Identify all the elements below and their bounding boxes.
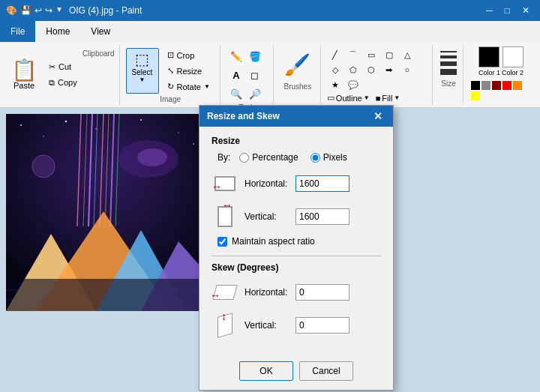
svg-rect-23 <box>6 279 205 311</box>
svg-point-6 <box>178 132 178 133</box>
cut-icon: ✂ <box>49 62 56 72</box>
save-icon[interactable]: 💾 <box>20 5 32 16</box>
palette-orange[interactable] <box>513 81 522 90</box>
menu-bar: File Home View <box>0 21 540 42</box>
resize-horizontal-input[interactable] <box>296 175 350 192</box>
select-button[interactable]: ⬚ Select ▼ <box>126 48 159 94</box>
maintain-aspect-checkbox[interactable] <box>218 237 227 247</box>
menu-home[interactable]: Home <box>35 21 80 42</box>
svg-point-2 <box>43 136 44 137</box>
percentage-radio-label[interactable]: Percentage <box>239 152 298 163</box>
brushes-label: Brushes <box>284 82 312 91</box>
resize-vertical-label: Vertical: <box>244 211 296 222</box>
size-1[interactable] <box>440 51 457 52</box>
fill-icon: ■ <box>376 94 381 103</box>
resize-skew-dialog: Resize and Skew ✕ Resize By: Percentage … <box>199 105 394 391</box>
customize-icon[interactable]: ▼ <box>56 5 63 16</box>
resize-horizontal-row: ↔ Horizontal: <box>212 170 381 197</box>
triangle-shape[interactable]: △ <box>399 48 416 61</box>
color2-swatch[interactable] <box>502 46 524 67</box>
maintain-aspect-label: Maintain aspect ratio <box>232 236 315 247</box>
dialog-buttons: OK Cancel <box>200 354 393 390</box>
pixels-radio-label[interactable]: Pixels <box>310 152 347 163</box>
menu-view[interactable]: View <box>80 21 121 42</box>
skew-vertical-input[interactable] <box>296 317 350 334</box>
palette-red[interactable] <box>502 81 512 90</box>
size-4[interactable] <box>440 69 457 75</box>
round-rect-shape[interactable]: ▢ <box>381 48 398 61</box>
curve-shape[interactable]: ⌒ <box>345 48 362 61</box>
rotate-icon: ↻ <box>167 82 174 91</box>
close-btn[interactable]: ✕ <box>518 5 534 16</box>
rotate-button[interactable]: ↻ Rotate ▼ <box>162 79 215 94</box>
canvas-image <box>6 114 205 311</box>
paste-button[interactable]: 📋 Paste <box>8 48 40 101</box>
dialog-close-button[interactable]: ✕ <box>370 109 386 124</box>
resize-vertical-input[interactable] <box>296 208 350 225</box>
skew-horizontal-row: ↔ Horizontal: <box>212 279 381 306</box>
svg-point-3 <box>65 121 67 122</box>
clipboard-label: Clipboard <box>82 49 115 101</box>
resize-horizontal-label: Horizontal: <box>244 178 296 189</box>
by-label: By: <box>218 152 230 163</box>
resize-icon: ⤡ <box>167 66 174 76</box>
cancel-button[interactable]: Cancel <box>299 361 353 381</box>
skew-horizontal-label: Horizontal: <box>244 287 296 298</box>
redo-icon[interactable]: ↪ <box>45 5 52 16</box>
skew-horizontal-input[interactable] <box>296 284 350 301</box>
callout-shape[interactable]: 💬 <box>345 78 362 91</box>
color1-swatch[interactable] <box>478 46 500 67</box>
menu-file[interactable]: File <box>0 21 35 42</box>
by-row: By: Percentage Pixels <box>218 152 381 163</box>
diamond-shape[interactable]: ◇ <box>327 63 344 76</box>
dialog-title: Resize and Skew <box>207 111 280 121</box>
magnify-tool[interactable]: 🔎 <box>247 85 263 102</box>
fill-tool[interactable]: 🪣 <box>247 48 263 64</box>
undo-icon[interactable]: ↩ <box>34 5 42 16</box>
brushes-button[interactable]: 🖌️ <box>281 48 314 81</box>
hexagon-shape[interactable]: ⬡ <box>363 63 380 76</box>
outline-dropdown[interactable]: ▭ Outline ▼ <box>327 93 370 103</box>
pentagon-shape[interactable]: ⬠ <box>345 63 362 76</box>
palette-black[interactable] <box>471 81 480 90</box>
resize-button[interactable]: ⤡ Resize <box>162 64 215 78</box>
svg-point-7 <box>193 143 194 145</box>
size-group: Size <box>434 45 464 104</box>
shapes-group: ╱ ⌒ ▭ ▢ △ ◇ ⬠ ⬡ ➡ ○ ★ 💬 ▭ Outline ▼ ■ Fi… <box>322 45 433 104</box>
pixels-radio[interactable] <box>310 153 320 163</box>
size-label: Size <box>441 79 455 88</box>
ok-button[interactable]: OK <box>239 361 293 381</box>
palette-gray[interactable] <box>482 81 490 90</box>
rect-shape[interactable]: ▭ <box>363 48 380 61</box>
copy-button[interactable]: ⧉ Copy <box>44 76 82 90</box>
percentage-radio[interactable] <box>239 153 249 163</box>
eraser-tool[interactable]: ◻ <box>247 67 263 83</box>
skew-vertical-label: Vertical: <box>244 320 296 331</box>
svg-point-4 <box>95 128 97 130</box>
dialog-title-bar: Resize and Skew ✕ <box>200 106 393 127</box>
arrow-shape[interactable]: ➡ <box>381 63 398 76</box>
resize-section-label: Resize <box>212 136 381 146</box>
skew-section-label: Skew (Degrees) <box>212 262 381 273</box>
cut-button[interactable]: ✂ Cut <box>44 60 82 74</box>
fill-dropdown[interactable]: ■ Fill ▼ <box>376 93 400 103</box>
title-bar: 🎨 💾 ↩ ↪ ▼ OIG (4).jpg - Paint ─ □ ✕ <box>0 0 540 21</box>
text-tool[interactable]: A <box>228 67 244 83</box>
ellipse-shape[interactable]: ○ <box>399 63 416 76</box>
maximize-btn[interactable]: □ <box>500 5 514 16</box>
star-shape[interactable]: ★ <box>327 78 344 91</box>
minimize-btn[interactable]: ─ <box>482 5 497 16</box>
pencil-tool[interactable]: ✏️ <box>228 48 244 64</box>
palette-yellow[interactable] <box>471 91 480 100</box>
image-label: Image <box>126 95 215 103</box>
crop-icon: ⊡ <box>167 50 174 60</box>
tools-group: ✏️ 🪣 A ◻ 🔍 🔎 Tools <box>222 45 274 104</box>
section-divider <box>212 256 381 256</box>
size-3[interactable] <box>440 61 457 66</box>
size-2[interactable] <box>440 55 457 58</box>
crop-button[interactable]: ⊡ Crop <box>162 48 215 62</box>
skew-vertical-row: ↕ Vertical: <box>212 312 381 339</box>
color-picker-tool[interactable]: 🔍 <box>228 85 244 102</box>
palette-darkred[interactable] <box>492 81 501 90</box>
line-shape[interactable]: ╱ <box>327 48 344 61</box>
